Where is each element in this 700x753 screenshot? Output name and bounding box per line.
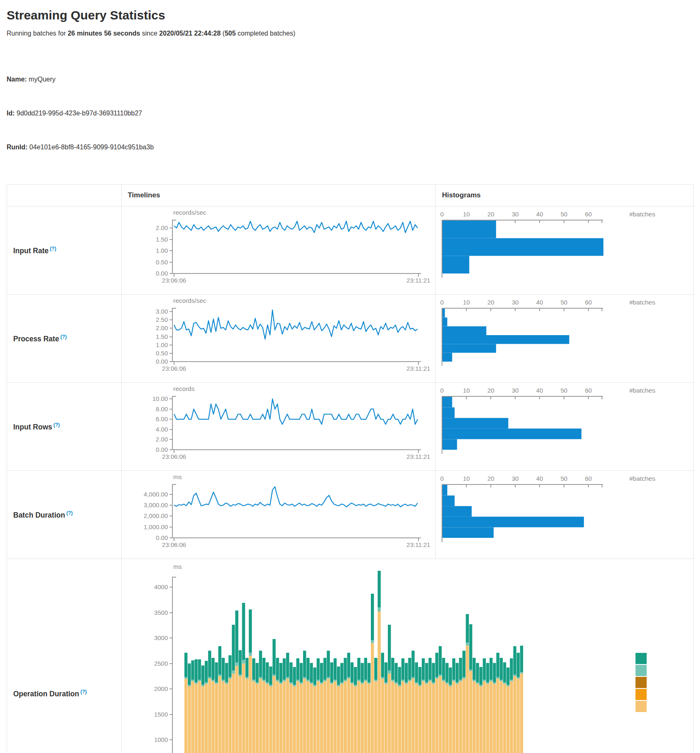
svg-text:20: 20	[487, 475, 495, 482]
operation-duration-chart-cell: ms0500100015002000250030003500400023:06:…	[122, 559, 694, 753]
metric-label: Input Rate	[13, 246, 49, 254]
help-icon[interactable]: (?)	[60, 334, 67, 340]
svg-text:1,000.00: 1,000.00	[144, 523, 168, 530]
svg-text:60: 60	[585, 387, 592, 394]
help-icon[interactable]: (?)	[50, 246, 56, 252]
query-info: Name: myQuery Id: 9d0dd219-995d-423e-b97…	[7, 51, 693, 175]
legend-swatch-1	[635, 665, 647, 676]
svg-text:60: 60	[585, 475, 592, 482]
help-icon[interactable]: (?)	[80, 689, 86, 695]
svg-text:23:11:21: 23:11:21	[406, 453, 430, 460]
metric-label: Process Rate	[13, 334, 59, 343]
input-rows-histogram-cell: 0102030405060#batches	[436, 383, 694, 471]
input-rate-histogram-cell: 0102030405060#batches	[436, 206, 694, 295]
svg-text:30: 30	[512, 211, 519, 218]
row-operation-duration: Operation Duration(?) ms0500100015002000…	[7, 559, 694, 753]
svg-text:4,000.00: 4,000.00	[144, 491, 168, 498]
svg-text:40: 40	[536, 387, 543, 394]
query-id-row: Id: 9d0dd219-995d-423e-b97d-36931110bb27	[7, 108, 693, 119]
row-input-rate: Input Rate(?) records/sec0.000.501.001.5…	[7, 206, 694, 295]
metric-label: Input Rows	[13, 422, 52, 431]
svg-text:1.50: 1.50	[156, 333, 168, 340]
input-rows-histogram-chart: 0102030405060#batches	[436, 383, 693, 470]
row-process-rate: Process Rate(?) records/sec0.000.501.001…	[7, 295, 694, 383]
svg-text:20: 20	[487, 211, 495, 218]
process-rate-histogram-cell: 0102030405060#batches	[436, 295, 694, 383]
row-batch-duration: Batch Duration(?) ms0.001,000.002,000.00…	[7, 471, 694, 559]
legend-swatch-0	[635, 653, 647, 664]
legend-swatch-4	[635, 701, 647, 712]
completed-batches-suffix: completed batches)	[236, 30, 295, 37]
svg-text:#batches: #batches	[629, 387, 655, 394]
svg-text:10: 10	[463, 211, 470, 218]
running-summary-mid: since	[140, 30, 159, 37]
svg-text:3500: 3500	[154, 609, 168, 616]
svg-text:4000: 4000	[154, 583, 168, 590]
query-name-row: Name: myQuery	[7, 74, 693, 85]
svg-text:0: 0	[440, 299, 444, 306]
svg-text:60: 60	[585, 211, 592, 218]
svg-text:3000: 3000	[154, 634, 168, 641]
svg-text:1500: 1500	[154, 711, 168, 718]
svg-text:10: 10	[463, 475, 470, 482]
svg-text:0.00: 0.00	[156, 446, 168, 453]
svg-text:records/sec: records/sec	[173, 297, 206, 304]
legend-swatch-2	[635, 677, 647, 688]
svg-text:2000: 2000	[154, 685, 168, 692]
input-rows-label-cell: Input Rows(?)	[7, 383, 122, 471]
svg-text:6.00: 6.00	[156, 415, 168, 422]
statistics-table: Timelines Histograms Input Rate(?) recor…	[7, 184, 694, 753]
svg-text:3,000.00: 3,000.00	[144, 501, 168, 508]
svg-text:0.00: 0.00	[156, 358, 168, 365]
svg-text:10: 10	[463, 299, 470, 306]
running-summary: Running batches for 26 minutes 56 second…	[7, 30, 693, 37]
svg-text:2.00: 2.00	[156, 436, 168, 443]
svg-text:records/sec: records/sec	[173, 209, 206, 216]
svg-text:23:11:21: 23:11:21	[406, 277, 430, 284]
process-rate-timeline-cell: records/sec0.000.501.001.502.002.503.002…	[122, 295, 436, 383]
query-name-label: Name:	[7, 76, 27, 83]
batch-duration-timeline-cell: ms0.001,000.002,000.003,000.004,000.0023…	[122, 471, 436, 559]
svg-text:#batches: #batches	[629, 475, 655, 482]
query-runid-value: 04e101e6-8bf8-4165-9099-9104c951ba3b	[28, 144, 154, 151]
input-rate-timeline-chart: records/sec0.000.501.001.502.0023:06:062…	[122, 206, 435, 294]
svg-text:1.50: 1.50	[156, 236, 168, 243]
svg-text:#batches: #batches	[629, 299, 655, 306]
input-rows-timeline-chart: records0.002.004.006.008.0010.0023:06:06…	[122, 383, 435, 470]
svg-text:50: 50	[561, 475, 568, 482]
svg-text:23:06:06: 23:06:06	[162, 541, 186, 548]
svg-text:0: 0	[440, 211, 444, 218]
svg-text:30: 30	[512, 299, 519, 306]
svg-text:23:11:21: 23:11:21	[406, 365, 430, 372]
metric-label: Operation Duration	[13, 689, 79, 698]
svg-text:23:06:06: 23:06:06	[162, 365, 186, 372]
input-rate-label-cell: Input Rate(?)	[7, 206, 122, 295]
svg-text:0.50: 0.50	[156, 350, 168, 357]
process-rate-label-cell: Process Rate(?)	[7, 295, 122, 383]
batch-duration-histogram-chart: 0102030405060#batches	[436, 471, 693, 559]
metric-label: Batch Duration	[13, 511, 65, 519]
row-input-rows: Input Rows(?) records0.002.004.006.008.0…	[7, 383, 694, 471]
svg-text:0: 0	[440, 475, 444, 482]
batch-duration-histogram-cell: 0102030405060#batches	[436, 471, 694, 559]
input-rate-histogram-chart: 0102030405060#batches	[436, 206, 693, 294]
process-rate-histogram-chart: 0102030405060#batches	[436, 295, 693, 382]
metric-column-header	[7, 185, 122, 206]
running-summary-prefix: Running batches for	[7, 30, 68, 37]
svg-text:50: 50	[561, 211, 568, 218]
query-id-value: 9d0dd219-995d-423e-b97d-36931110bb27	[15, 110, 142, 117]
batch-duration-timeline-chart: ms0.001,000.002,000.003,000.004,000.0023…	[122, 471, 435, 559]
page-title: Streaming Query Statistics	[7, 8, 693, 22]
svg-text:40: 40	[536, 475, 543, 482]
svg-text:50: 50	[561, 387, 568, 394]
svg-text:8.00: 8.00	[156, 405, 168, 412]
svg-text:40: 40	[536, 299, 543, 306]
input-rate-timeline-cell: records/sec0.000.501.001.502.0023:06:062…	[122, 206, 436, 295]
streaming-query-statistics-page: Streaming Query Statistics Running batch…	[0, 0, 700, 753]
help-icon[interactable]: (?)	[53, 422, 60, 428]
help-icon[interactable]: (?)	[66, 510, 72, 516]
svg-text:#batches: #batches	[629, 211, 655, 218]
batch-duration-label-cell: Batch Duration(?)	[7, 471, 122, 559]
timelines-column-header: Timelines	[122, 185, 436, 206]
svg-text:0.00: 0.00	[156, 270, 168, 277]
